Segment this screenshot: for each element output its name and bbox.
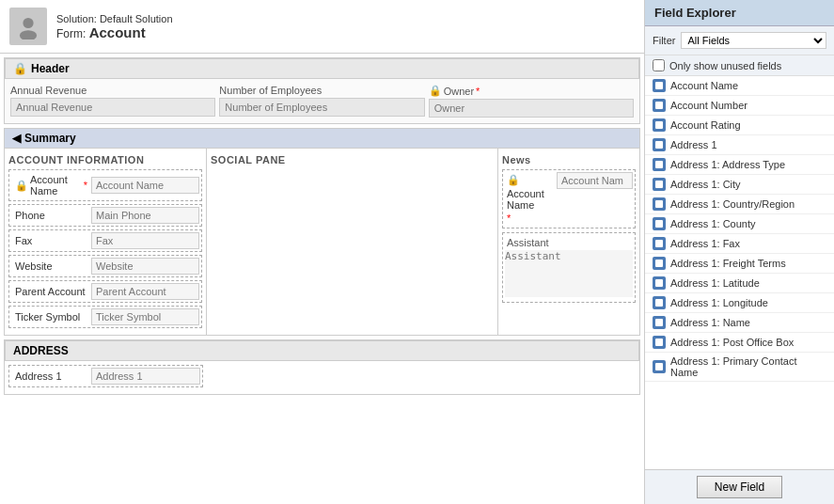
field-explorer-item[interactable]: Address 1 <box>645 135 834 155</box>
fax-input[interactable] <box>91 232 199 249</box>
assistant-input[interactable] <box>505 250 633 297</box>
phone-label: Phone <box>11 208 91 223</box>
field-item-label: Address 1: Post Office Box <box>670 337 794 348</box>
svg-point-1 <box>20 30 37 39</box>
field-explorer-item[interactable]: Address 1: Address Type <box>645 155 834 175</box>
field-explorer: Field Explorer Filter All Fields Unused … <box>644 0 834 504</box>
filter-select[interactable]: All Fields Unused Fields Required Fields <box>681 32 826 49</box>
field-icon <box>653 296 666 309</box>
field-icon <box>653 158 666 171</box>
field-explorer-item[interactable]: Address 1: Latitude <box>645 274 834 293</box>
account-name-input[interactable] <box>91 177 199 194</box>
form-name: Account <box>89 24 146 40</box>
owner-input[interactable] <box>429 99 634 118</box>
header-section-title: 🔒 Header <box>5 58 639 79</box>
ticker-symbol-row: Ticker Symbol <box>8 306 202 328</box>
field-icon <box>653 197 666 211</box>
phone-input[interactable] <box>91 207 199 224</box>
field-item-label: Address 1: Name <box>670 317 750 328</box>
summary-title: ◀ Summary <box>5 129 639 149</box>
field-explorer-item[interactable]: Address 1: City <box>645 175 834 195</box>
field-icon <box>653 99 666 112</box>
field-item-label: Address 1: Fax <box>670 238 740 249</box>
address-title: ADDRESS <box>5 340 639 361</box>
field-icon <box>653 118 666 132</box>
header-text: Solution: Default Solution Form: Account <box>56 13 173 40</box>
owner-group: 🔒 Owner * <box>429 85 634 118</box>
new-field-button[interactable]: New Field <box>697 476 782 498</box>
address1-input[interactable] <box>91 368 200 385</box>
field-item-label: Address 1 <box>670 139 717 150</box>
field-item-label: Account Rating <box>670 119 741 131</box>
annual-revenue-input[interactable] <box>10 98 215 117</box>
header-section: 🔒 Header Annual Revenue Number of Employ… <box>4 57 640 124</box>
filter-row: Filter All Fields Unused Fields Required… <box>645 26 834 55</box>
field-explorer-item[interactable]: Address 1: County <box>645 214 834 234</box>
field-item-label: Address 1: Country/Region <box>670 198 795 210</box>
field-explorer-item[interactable]: Account Rating <box>645 116 834 135</box>
field-icon <box>653 316 666 329</box>
news-account-name-label: 🔒 Account Name * <box>505 172 557 226</box>
unused-label: Only show unused fields <box>669 60 781 71</box>
account-info-panel: ACCOUNT INFORMATION 🔒 Account Name * Pho… <box>5 149 207 335</box>
website-label: Website <box>11 259 91 274</box>
field-explorer-item[interactable]: Address 1: Name <box>645 313 834 333</box>
field-explorer-item[interactable]: Account Number <box>645 96 834 116</box>
field-icon <box>653 257 666 270</box>
field-item-label: Address 1: Address Type <box>670 159 785 170</box>
unused-checkbox[interactable] <box>653 59 665 71</box>
main-area: Solution: Default Solution Form: Account… <box>0 0 644 504</box>
account-name-label: 🔒 Account Name * <box>11 172 91 198</box>
account-info-title: ACCOUNT INFORMATION <box>8 152 202 169</box>
field-icon <box>653 178 666 191</box>
field-icon <box>653 79 666 92</box>
field-explorer-item[interactable]: Address 1: Freight Terms <box>645 254 834 274</box>
num-employees-group: Number of Employees <box>219 85 424 118</box>
field-item-label: Address 1: Freight Terms <box>670 258 786 269</box>
field-icon <box>653 138 666 151</box>
ticker-symbol-input[interactable] <box>91 308 199 325</box>
parent-account-input[interactable] <box>91 283 199 300</box>
solution-name: Solution: Default Solution <box>56 13 173 24</box>
account-name-lock: 🔒 <box>15 180 28 192</box>
field-icon <box>653 336 666 349</box>
owner-label: 🔒 Owner * <box>429 85 634 97</box>
form-line: Form: Account <box>56 24 173 40</box>
field-explorer-item[interactable]: Address 1: Country/Region <box>645 195 834 214</box>
svg-point-0 <box>23 18 33 28</box>
field-explorer-item[interactable]: Address 1: Fax <box>645 234 834 254</box>
field-item-label: Address 1: City <box>670 179 741 190</box>
social-pane-panel: SOCIAL PANE <box>207 149 498 335</box>
filter-label: Filter <box>653 35 675 46</box>
field-explorer-title: Field Explorer <box>645 0 834 26</box>
website-input[interactable] <box>91 258 199 275</box>
parent-account-label: Parent Account <box>11 284 91 299</box>
field-explorer-item[interactable]: Address 1: Primary Contact Name <box>645 353 834 382</box>
unused-row: Only show unused fields <box>645 55 834 76</box>
owner-lock-icon: 🔒 <box>429 85 442 97</box>
field-explorer-item[interactable]: Address 1: Longitude <box>645 293 834 313</box>
phone-row: Phone <box>8 204 202 227</box>
field-icon <box>653 276 666 290</box>
news-lock-icon: 🔒 <box>507 174 520 186</box>
content-scroll[interactable]: 🔒 Header Annual Revenue Number of Employ… <box>0 54 644 504</box>
address1-label: Address 1 <box>11 369 91 384</box>
annual-revenue-group: Annual Revenue <box>10 85 215 118</box>
field-item-label: Account Number <box>670 100 747 111</box>
field-explorer-list: Account NameAccount NumberAccount Rating… <box>645 76 834 469</box>
assistant-label: Assistant <box>505 235 633 250</box>
field-explorer-item[interactable]: Address 1: Post Office Box <box>645 333 834 353</box>
fax-label: Fax <box>11 233 91 248</box>
news-panel: News 🔒 Account Name * Assistant <box>498 149 639 335</box>
avatar <box>9 8 47 45</box>
fax-row: Fax <box>8 229 202 252</box>
news-account-name-row: 🔒 Account Name * <box>502 169 636 228</box>
num-employees-input[interactable] <box>219 98 424 117</box>
field-explorer-item[interactable]: Account Name <box>645 76 834 96</box>
social-pane-title: SOCIAL PANE <box>211 152 494 169</box>
address-section: ADDRESS Address 1 <box>4 339 640 395</box>
owner-required: * <box>476 86 480 97</box>
field-icon <box>653 360 666 373</box>
lock-icon: 🔒 <box>13 62 27 75</box>
news-account-name-input[interactable] <box>557 172 633 189</box>
